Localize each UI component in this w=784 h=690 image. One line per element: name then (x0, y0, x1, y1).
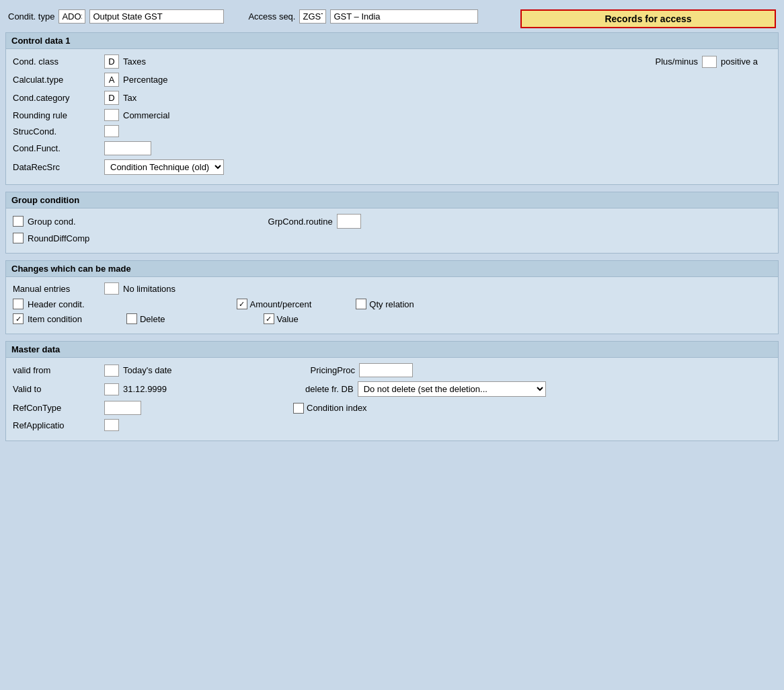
delete-label: Delete (140, 314, 165, 324)
refapplicatio-value[interactable] (104, 419, 119, 431)
item-condition-checkbox[interactable]: ✓ (13, 313, 24, 324)
refcontype-label: RefConType (13, 403, 100, 413)
cond-category-code[interactable]: D (104, 91, 119, 105)
manual-entries-value[interactable] (104, 282, 119, 295)
valid-to-label: Valid to (13, 384, 100, 394)
struccond-label: StrucCond. (13, 126, 100, 137)
qty-relation-label: Qty relation (369, 299, 414, 309)
plus-minus-value[interactable] (702, 56, 717, 68)
refapplicatio-row: RefApplicatio (13, 419, 771, 431)
cond-funct-label: Cond.Funct. (13, 143, 100, 153)
manual-entries-label: Manual entries (13, 284, 100, 294)
calculat-type-row: Calculat.type A Percentage (13, 73, 771, 87)
group-cond-label: Group cond. (28, 217, 76, 227)
item-condition-row: ✓ Item condition Delete ✓ Value (13, 313, 771, 324)
cond-category-label: Cond.category (13, 93, 100, 103)
valid-to-desc: 31.12.9999 (123, 384, 167, 394)
condit-type-label: Condit. type (8, 11, 54, 22)
cond-category-desc: Tax (123, 93, 136, 103)
rounding-rule-label: Rounding rule (13, 110, 100, 120)
header-row: Condit. type Access seq. Records for acc… (5, 5, 779, 32)
struccond-row: StrucCond. (13, 125, 771, 137)
calculat-type-label: Calculat.type (13, 75, 100, 85)
cond-class-label: Cond. class (13, 56, 100, 67)
group-condition-section: Group condition Group cond. GrpCond.rout… (5, 192, 779, 254)
cond-funct-value[interactable] (104, 141, 151, 155)
group-condition-body: Group cond. GrpCond.routine RoundDiffCom… (6, 208, 778, 253)
rounddiffcomp-checkbox[interactable] (13, 233, 24, 243)
changes-section: Changes which can be made Manual entries… (5, 260, 779, 334)
cond-class-desc: Taxes (123, 56, 146, 67)
pricingproc-value[interactable] (359, 363, 413, 377)
datarecsrc-dropdown[interactable]: Condition Technique (old) (104, 159, 224, 175)
records-for-access-button[interactable]: Records for access (520, 9, 776, 28)
access-seq-desc[interactable] (330, 9, 478, 24)
access-seq-code[interactable] (299, 9, 326, 24)
rounding-rule-desc: Commercial (123, 110, 169, 120)
master-data-section: Master data valid from Today's date Pric… (5, 341, 779, 441)
valid-to-value[interactable] (104, 383, 119, 395)
manual-entries-row: Manual entries No limitations (13, 282, 771, 295)
qty-relation-checkbox[interactable] (356, 299, 366, 309)
manual-entries-desc: No limitations (123, 284, 175, 294)
item-condition-label: Item condition (28, 314, 82, 324)
amount-percent-label: Amount/percent (250, 299, 312, 309)
value-label: Value (277, 314, 299, 324)
group-cond-checkbox[interactable] (13, 216, 24, 227)
delete-fr-db-label: delete fr. DB (305, 384, 354, 394)
header-condit-checkbox[interactable] (13, 299, 24, 309)
cond-class-code[interactable]: D (104, 54, 119, 69)
refapplicatio-label: RefApplicatio (13, 420, 100, 430)
rounddiffcomp-row: RoundDiffComp (13, 233, 771, 243)
valid-from-label: valid from (13, 365, 100, 375)
control-data-1-header: Control data 1 (6, 33, 778, 49)
grpcond-routine-label: GrpCond.routine (268, 217, 333, 227)
condition-index-label: Condition index (307, 403, 367, 413)
rounding-rule-row: Rounding rule Commercial (13, 109, 771, 121)
header-condit-label: Header condit. (28, 299, 85, 309)
grpcond-routine-value[interactable] (337, 214, 361, 229)
datarecsrc-row: DataRecSrc Condition Technique (old) (13, 159, 771, 175)
amount-percent-checkbox[interactable]: ✓ (237, 299, 247, 309)
cond-funct-row: Cond.Funct. (13, 141, 771, 155)
valid-from-desc: Today's date (123, 365, 172, 375)
valid-from-value[interactable] (104, 365, 119, 377)
condit-type-desc[interactable] (89, 9, 224, 24)
changes-body: Manual entries No limitations Header con… (6, 277, 778, 334)
pricingproc-label: PricingProc (311, 365, 355, 375)
master-data-header: Master data (6, 342, 778, 358)
group-cond-row: Group cond. GrpCond.routine (13, 214, 771, 229)
control-data-1-section: Control data 1 Cond. class D Taxes Plus/… (5, 32, 779, 185)
refcontype-row: RefConType Condition index (13, 401, 771, 415)
cond-category-row: Cond.category D Tax (13, 91, 771, 105)
header-condit-row: Header condit. ✓ Amount/percent Qty rela… (13, 299, 771, 309)
valid-from-row: valid from Today's date PricingProc (13, 363, 771, 377)
refcontype-value[interactable] (104, 401, 141, 415)
calculat-type-code[interactable]: A (104, 73, 119, 87)
delete-fr-db-dropdown[interactable]: Do not delete (set the deletion... (358, 381, 546, 397)
calculat-type-desc: Percentage (123, 75, 168, 85)
struccond-value[interactable] (104, 125, 119, 137)
access-seq-label: Access seq. (248, 11, 295, 22)
rounding-rule-value[interactable] (104, 109, 119, 121)
condit-type-code[interactable] (58, 9, 85, 24)
plus-minus-desc: positive a (721, 56, 758, 67)
valid-to-row: Valid to 31.12.9999 delete fr. DB Do not… (13, 381, 771, 397)
rounddiffcomp-label: RoundDiffComp (28, 233, 89, 243)
cond-class-row: Cond. class D Taxes Plus/minus positive … (13, 54, 771, 69)
master-data-body: valid from Today's date PricingProc Vali… (6, 358, 778, 440)
group-condition-header: Group condition (6, 192, 778, 208)
control-data-1-body: Cond. class D Taxes Plus/minus positive … (6, 49, 778, 184)
main-container: Condit. type Access seq. Records for acc… (5, 5, 779, 441)
plus-minus-label: Plus/minus (656, 56, 699, 67)
header-right: Records for access (520, 9, 776, 28)
delete-checkbox[interactable] (126, 313, 137, 324)
condition-index-checkbox[interactable] (293, 403, 304, 414)
header-left: Condit. type Access seq. (8, 9, 515, 24)
changes-header: Changes which can be made (6, 261, 778, 277)
value-checkbox[interactable]: ✓ (264, 313, 274, 324)
datarecsrc-label: DataRecSrc (13, 162, 100, 172)
